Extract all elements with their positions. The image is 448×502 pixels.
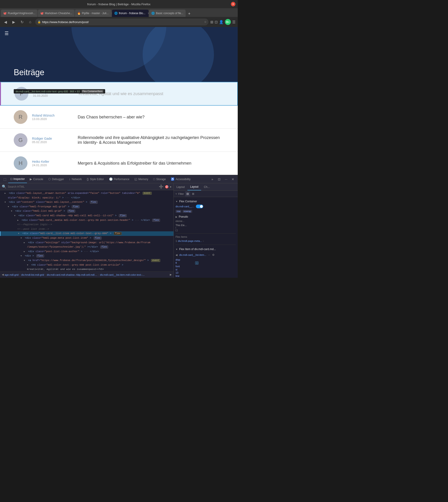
html-line-comment-1[interactable]: <!--Pagination logic--> — [0, 222, 174, 227]
devtools-tab-debugger[interactable]: ⬡ Debugger — [46, 175, 66, 183]
breadcrumb-4[interactable]: div.mdl-card__list-item.mdl-color-text--… — [100, 273, 144, 276]
layout-col-btn[interactable]: ⊞ — [191, 191, 196, 196]
toggle-6[interactable] — [17, 218, 20, 222]
breadcrumb-1[interactable]: age.mdl-grid — [5, 273, 18, 276]
html-line-comment-2[interactable]: <!--post list item--> — [0, 227, 174, 232]
post-title-3: Rollenmodelle und ihre qualitative Abhän… — [78, 135, 224, 145]
toggle-3[interactable] — [8, 205, 11, 209]
more-tools-icon[interactable]: » — [209, 176, 215, 182]
pseudo-section-header[interactable]: ▶ Pseudo — [176, 214, 236, 219]
collections-icon[interactable]: ⊞ — [210, 20, 213, 24]
devtools-tab-performance[interactable]: 🕐 Performance — [107, 175, 132, 183]
reader-icon[interactable]: ⊡ — [215, 20, 218, 24]
html-line-9[interactable]: <div class="post-list-item-author" > ···… — [0, 249, 174, 254]
flex-container-header[interactable]: ▼ Flex Container — [176, 199, 236, 204]
tab-5[interactable]: 🌐 Basic concepts of fle... ✕ — [149, 10, 186, 17]
html-line-selected[interactable]: <div class="mdl-card__list-item mdl-colo… — [0, 231, 174, 236]
address-input[interactable] — [35, 18, 208, 25]
forward-button[interactable]: ▶ — [11, 19, 17, 25]
menu-icon[interactable]: ☰ — [232, 20, 235, 24]
devtools-more-icon[interactable]: ··· — [223, 176, 229, 182]
tab-1[interactable]: 🐙 RuedigerVoigt/exosh... ✕ — [1, 10, 37, 17]
post-item-4[interactable]: H Heiko Keller 24.01.2020 Mergers & Acqu… — [0, 152, 238, 175]
filter-icon[interactable]: ▸ — [170, 185, 172, 188]
flex-row-tags: row nowrap — [176, 210, 236, 213]
html-line-12[interactable]: <h5 class="mdl-color-text--grey-600 post… — [0, 263, 174, 267]
html-line-11[interactable]: <a href="https://www.frobese.de/frorum/p… — [0, 258, 174, 263]
flex-item-entry-1[interactable]: 1 div.hmdl-page-meta... › — [176, 239, 236, 243]
devtools-pick-element[interactable]: ⬚ — [2, 176, 8, 182]
new-tab-button[interactable]: + — [186, 11, 192, 17]
html-line-1b[interactable]: style="display: block; opacity: 1;" > ··… — [0, 196, 174, 200]
filter-button[interactable]: Filter — [178, 193, 184, 195]
html-line-2[interactable]: <div id="content" class="main mdl-layout… — [0, 200, 174, 205]
post-item-2[interactable]: R Roland Wünsch 13.03.2020 Das Chaos beh… — [0, 106, 238, 129]
toggle-selected[interactable] — [18, 232, 21, 236]
tab-2[interactable]: 🐙 Markdown Cheatshe... ✕ — [38, 10, 75, 17]
tab-close-3[interactable]: ✕ — [111, 12, 112, 15]
flex-item-el-setting[interactable]: ⚙ — [212, 253, 215, 257]
close-button[interactable]: ✕ — [231, 2, 235, 6]
tab-close-4[interactable]: ✕ — [148, 12, 149, 15]
html-line-6[interactable]: <div class="mdl-card__media mdl-color-te… — [0, 218, 174, 223]
bookmark-icon[interactable]: ☆ — [204, 20, 207, 24]
html-line-13[interactable]: Kreativität, Agilität und wie es zusamme… — [0, 267, 174, 271]
flex-item-of-header[interactable]: ▼ Flex Item of div.mdl-card.md... — [176, 247, 236, 252]
toggle-2[interactable] — [5, 200, 7, 204]
back-button[interactable]: ◀ — [2, 19, 9, 25]
flex-toggle[interactable] — [196, 205, 203, 208]
flex-tag-nowrap[interactable]: nowrap — [182, 210, 192, 213]
devtools-tab-console[interactable]: ▶ Console — [27, 175, 46, 183]
accessibility-icon: ♿ — [171, 178, 174, 181]
post-item-1[interactable]: F Felix Piepenscheider 31.03.2020 Kreati… — [0, 82, 238, 106]
responsive-icon[interactable]: ⊡ — [216, 176, 222, 182]
post-author-3: Rüdiger Gade — [32, 137, 73, 140]
devtools-tab-inspector[interactable]: □ Inspector — [8, 175, 27, 183]
right-tab-ch[interactable]: Ch... — [201, 183, 212, 190]
html-search-input[interactable] — [8, 185, 158, 188]
breadcrumb-3[interactable]: div.mdl-card.mdl-shadow--4dp.mdl-cell.md… — [47, 273, 97, 276]
right-tab-layout[interactable]: Layout — [174, 183, 187, 190]
breadcrumb-next-icon[interactable]: ▶ — [170, 273, 172, 276]
html-line-5[interactable]: <div class="mdl-card mdl-shadow--4dp mdl… — [0, 213, 174, 218]
account-icon[interactable]: 👤 — [219, 20, 224, 24]
home-button[interactable]: ⌂ — [27, 19, 33, 25]
toggle-8[interactable] — [24, 241, 27, 245]
devtools-close-icon[interactable]: ✕ — [230, 176, 236, 182]
html-line-3[interactable]: <div class="hmdl-frontpage mdl-grid" > f… — [0, 205, 174, 209]
add-node-icon[interactable]: ➕ — [159, 184, 163, 189]
html-line-8[interactable]: <div class="minilogo" style="background-… — [0, 241, 174, 245]
toggle-arrow[interactable] — [5, 191, 7, 195]
toggle-12[interactable] — [27, 263, 30, 267]
toggle-11[interactable] — [24, 259, 27, 263]
breadcrumb-prev-icon[interactable]: ◀ — [2, 273, 4, 276]
right-tab-computed[interactable]: Layout — [187, 183, 201, 190]
toggle-7[interactable] — [21, 236, 23, 240]
reload-button[interactable]: ↻ — [19, 19, 25, 25]
html-line-10[interactable]: <div > flex — [0, 254, 174, 258]
toggle-9[interactable] — [24, 250, 27, 254]
breadcrumb-2[interactable]: div.hmdl-list.mdl-grid — [21, 273, 44, 276]
tab-3[interactable]: 🔥 Pipfile · master · Juli... ✕ — [75, 10, 112, 17]
tab-4[interactable]: 🌐 frorum - frobese Blo... ✕ — [112, 10, 149, 17]
html-line-8b[interactable]: /images/avatar/fpiepenschneider.jpg');" … — [0, 245, 174, 249]
devtools-tab-memory[interactable]: ◱ Memory — [132, 175, 150, 183]
html-content[interactable]: <div class="mdl-layout__drawer-button" a… — [0, 190, 174, 271]
devtools-tab-storage[interactable]: □ Storage — [151, 175, 168, 183]
flex-container-label: Flex Container — [179, 200, 197, 203]
toggle-10[interactable] — [21, 254, 23, 258]
flex-tag-row[interactable]: row — [176, 210, 181, 213]
devtools-tab-network[interactable]: ↕ Network — [67, 175, 84, 183]
toggle-4[interactable] — [11, 209, 14, 213]
pick-node-icon[interactable]: 🎯 — [165, 185, 169, 189]
html-line-4[interactable]: <div class="hmdl-list mdl-grid" > flex — [0, 209, 174, 213]
html-line-7[interactable]: <div class="hmdl-page-meta post-list-ite… — [0, 236, 174, 241]
html-line-1[interactable]: <div class="mdl-layout__drawer-button" a… — [0, 191, 174, 196]
devtools-tab-style-editor[interactable]: {} Style Editor — [84, 175, 106, 183]
profile-button[interactable]: B+ — [225, 19, 231, 25]
hamburger-icon[interactable]: ☰ — [5, 31, 9, 36]
toggle-5[interactable] — [14, 214, 17, 218]
post-item-3[interactable]: G Rüdiger Gade 05.02.2020 Rollenmodelle … — [0, 129, 238, 152]
layout-row-btn[interactable]: ⊟ — [185, 191, 190, 196]
devtools-tab-accessibility[interactable]: ♿ Accessibility — [168, 175, 193, 183]
